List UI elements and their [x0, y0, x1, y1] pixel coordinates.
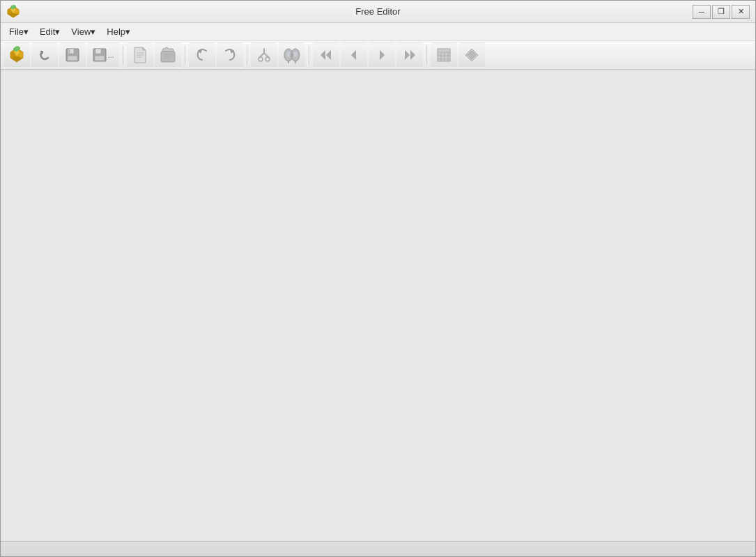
app-icon	[6, 5, 20, 19]
title-text: Free Editor	[355, 6, 400, 17]
toolbar-save-button[interactable]	[59, 42, 86, 68]
toolbar-nav-next-button[interactable]	[369, 42, 395, 68]
menu-bar: File▾ Edit▾ View▾ Help▾	[1, 23, 755, 41]
toolbar-gem-button[interactable]	[3, 42, 30, 68]
toolbar-sep-4	[309, 45, 309, 65]
toolbar-new-button[interactable]	[127, 42, 153, 68]
svg-point-42	[293, 52, 298, 57]
svg-marker-45	[321, 50, 325, 60]
toolbar-undo2-button[interactable]	[189, 42, 215, 68]
window-controls: ─ ❐ ✕	[693, 5, 750, 19]
menu-view[interactable]: View▾	[65, 24, 101, 39]
toolbar-sep-1	[123, 45, 123, 65]
toolbar: ...	[1, 41, 755, 70]
toolbar-nav-prev-button[interactable]	[341, 42, 367, 68]
toolbar-redo-button[interactable]	[217, 42, 243, 68]
svg-point-41	[286, 52, 291, 57]
svg-rect-40	[291, 54, 293, 56]
menu-file[interactable]: File▾	[3, 24, 34, 39]
toolbar-diamond-button[interactable]	[458, 42, 485, 68]
svg-rect-17	[69, 49, 70, 53]
minimize-button[interactable]: ─	[693, 5, 711, 19]
close-button[interactable]: ✕	[732, 5, 750, 19]
toolbar-open-button[interactable]	[155, 42, 181, 68]
toolbar-sep-3	[247, 45, 247, 65]
restore-button[interactable]: ❐	[712, 5, 730, 19]
toolbar-sep-5	[426, 45, 427, 65]
main-content	[1, 70, 755, 541]
app-window: Free Editor ─ ❐ ✕ File▾ Edit▾ View▾ Help…	[0, 0, 756, 557]
toolbar-grid-button[interactable]	[431, 42, 457, 68]
title-left	[6, 5, 20, 19]
toolbar-find-button[interactable]	[279, 42, 305, 68]
menu-help[interactable]: Help▾	[101, 24, 136, 39]
svg-rect-18	[68, 56, 77, 61]
svg-marker-48	[380, 50, 385, 60]
toolbar-nav-first-button[interactable]	[313, 42, 339, 68]
svg-marker-23	[143, 47, 146, 50]
toolbar-sep-2	[185, 45, 185, 65]
toolbar-cut-button[interactable]	[251, 42, 277, 68]
svg-marker-47	[351, 50, 356, 60]
toolbar-undo-button[interactable]	[31, 42, 58, 68]
svg-rect-20	[95, 49, 101, 54]
svg-marker-50	[410, 50, 415, 60]
svg-rect-21	[95, 56, 105, 61]
title-bar: Free Editor ─ ❐ ✕	[1, 1, 755, 23]
toolbar-saveas-button[interactable]: ...	[87, 42, 119, 68]
status-bar	[1, 541, 755, 556]
toolbar-nav-last-button[interactable]	[396, 42, 423, 68]
menu-edit[interactable]: Edit▾	[34, 24, 65, 39]
svg-marker-46	[326, 50, 331, 60]
svg-marker-49	[405, 50, 410, 60]
